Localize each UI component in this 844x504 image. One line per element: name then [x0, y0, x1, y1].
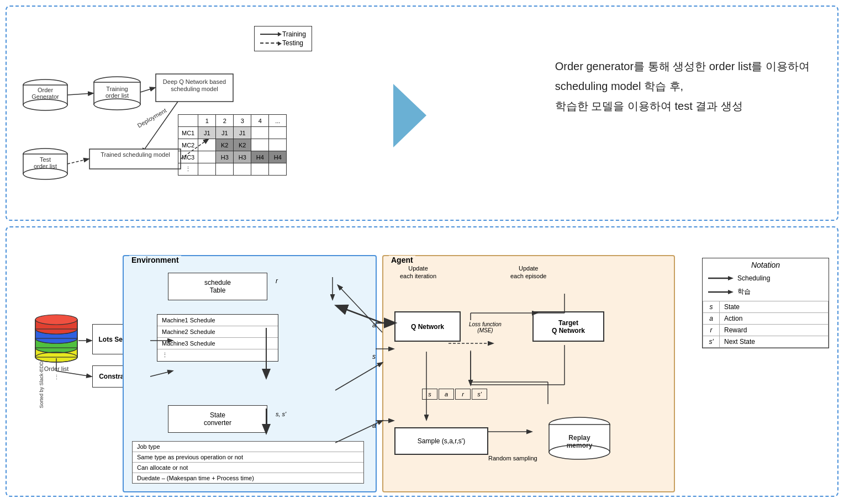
state-converter-label: Stateconverter	[204, 411, 231, 427]
svg-point-5	[94, 77, 140, 88]
schedule-table-box: scheduleTable	[168, 273, 267, 300]
q-network-label: Q Network	[411, 323, 444, 331]
state-converter-box: Stateconverter	[168, 405, 267, 433]
notation-row-s-prime: s′Next State	[703, 336, 829, 348]
loss-function-label: Loss function(MSE)	[469, 321, 502, 333]
svg-rect-1	[23, 85, 67, 105]
agent-box: Agent Updateeach iteration Updateeach ep…	[382, 255, 675, 492]
svg-point-39	[35, 315, 77, 325]
scheduling-legend: Scheduling	[703, 272, 829, 285]
svg-rect-6	[94, 82, 140, 104]
order-list-cylinders: Order list ⋮	[29, 261, 84, 371]
svg-marker-51	[728, 276, 734, 280]
target-q-network-box: TargetQ Network	[532, 311, 604, 342]
svg-text:⋮: ⋮	[54, 374, 60, 380]
korean-line2: scheduling model 학습 후,	[555, 76, 810, 96]
korean-line3: 학습한 모델을 이용하여 test 결과 생성	[555, 96, 810, 116]
r-label: r	[276, 277, 278, 285]
sample-box: Sample (s,a,r,s')	[394, 427, 488, 455]
machine3-schedule: Machine3 Schedule	[157, 338, 278, 349]
training-label: Training	[282, 30, 306, 38]
top-panel: Training Testing Order Generator Trainin…	[6, 6, 838, 221]
svg-text:scheduling model: scheduling model	[171, 86, 218, 92]
state-row-1: Job type	[133, 442, 363, 452]
svg-point-19	[23, 168, 67, 179]
solid-line-icon	[260, 34, 279, 35]
svg-marker-26	[393, 84, 426, 147]
learning-label: 학습	[737, 287, 751, 296]
update-each-iteration: Updateeach iteration	[400, 264, 436, 280]
legend-box: Training Testing	[254, 26, 312, 51]
svg-point-2	[23, 99, 67, 110]
state-row-4: Duedate – (Makespan time + Process time)	[133, 473, 363, 483]
korean-line1: Order generator를 통해 생성한 order list를 이용하여	[555, 56, 810, 76]
svg-text:Order list: Order list	[44, 365, 69, 372]
svg-line-10	[67, 93, 93, 95]
svg-line-24	[67, 159, 88, 164]
svg-line-16	[142, 102, 178, 153]
a-label: a	[372, 321, 376, 329]
learning-legend: 학습	[703, 285, 829, 299]
svg-point-17	[23, 148, 67, 160]
state-row-3: Can allocate or not	[133, 463, 363, 473]
svg-rect-18	[23, 154, 67, 174]
svg-line-14	[140, 88, 155, 92]
training-legend: Training	[260, 30, 306, 38]
notation-row-s: sState	[703, 301, 829, 313]
svg-text:Replay: Replay	[568, 434, 590, 442]
svg-text:order list: order list	[34, 163, 57, 169]
random-sampling-label: Random sampling	[488, 455, 537, 461]
svg-rect-22	[89, 149, 181, 169]
svg-text:order list: order list	[106, 92, 129, 99]
learning-arrow-icon	[707, 288, 735, 296]
environment-label: Environment	[129, 256, 181, 264]
s-a-r-s-row: s a r s'	[422, 389, 487, 400]
bottom-panel: Sorted by Slack-EDD Order list ⋮ Lots Se…	[6, 226, 838, 497]
agent-label: Agent	[389, 256, 415, 264]
schedule-table: 1 2 3 4 ... MC1 J1 J1 J1 MC2 K2 K2 MC3 H…	[178, 114, 287, 176]
svg-text:Trained scheduling model: Trained scheduling model	[101, 151, 170, 158]
machine1-schedule: Machine1 Schedule	[157, 315, 278, 326]
scheduling-arrow-icon	[707, 274, 735, 283]
korean-description: Order generator를 통해 생성한 order list를 이용하여…	[555, 56, 810, 116]
svg-text:Generator: Generator	[31, 93, 59, 100]
machine2-schedule: Machine2 Schedule	[157, 326, 278, 338]
svg-point-0	[23, 79, 67, 91]
svg-text:Order: Order	[38, 87, 53, 93]
sample-label: Sample (s,a,r,s')	[418, 437, 465, 445]
svg-text:Test: Test	[40, 156, 51, 163]
svg-point-7	[94, 99, 140, 110]
svg-marker-53	[728, 290, 734, 294]
svg-rect-11	[156, 74, 233, 102]
s-label: s	[372, 353, 376, 360]
notation-title: Notation	[703, 258, 829, 272]
q-network-box: Q Network	[394, 311, 461, 342]
svg-text:Deep Q Network based: Deep Q Network based	[163, 78, 226, 85]
scheduling-label: Scheduling	[737, 274, 770, 282]
dashed-line-icon	[260, 43, 279, 44]
environment-box: Environment scheduleTable r Machine1 Sch…	[123, 255, 377, 492]
more-schedules: ⋮	[157, 349, 278, 361]
replay-memory-cylinder: Replay memory	[544, 416, 615, 466]
s-s-prime-label: s, s'	[276, 411, 286, 417]
notation-row-r: rReward	[703, 325, 829, 336]
svg-text:Training: Training	[106, 86, 128, 92]
machine-schedules-box: Machine1 Schedule Machine2 Schedule Mach…	[157, 314, 278, 362]
update-each-episode: Updateeach episode	[510, 264, 546, 280]
svg-text:Deployment: Deployment	[136, 107, 168, 129]
a-label2: a	[372, 422, 376, 429]
state-row-2: Same type as previous operation or not	[133, 452, 363, 463]
svg-text:memory: memory	[567, 442, 593, 449]
target-q-label: TargetQ Network	[552, 319, 585, 335]
schedule-table-label: scheduleTable	[204, 279, 231, 294]
notation-row-a: aAction	[703, 313, 829, 325]
testing-label: Testing	[282, 39, 303, 47]
state-features-box: Job type Same type as previous operation…	[132, 441, 364, 484]
testing-legend: Testing	[260, 39, 306, 47]
notation-box: Notation Scheduling 학습 sState aAction	[702, 258, 829, 348]
notation-table: sState aAction rReward s′Next State	[703, 301, 829, 348]
